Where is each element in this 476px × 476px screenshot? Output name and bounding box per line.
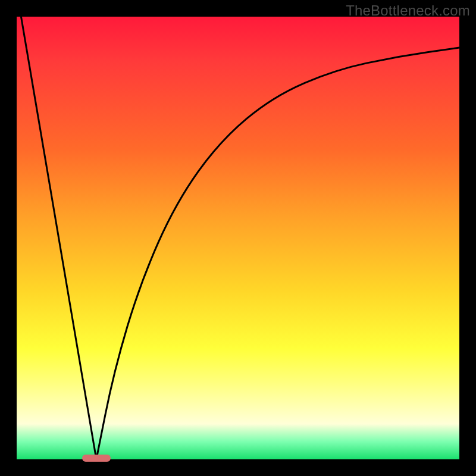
chart-curves	[17, 17, 459, 459]
left-line	[21, 17, 96, 459]
plot-area	[17, 17, 459, 459]
watermark-text: TheBottleneck.com	[346, 2, 470, 19]
right-curve	[96, 48, 459, 459]
optimum-marker	[82, 455, 111, 462]
